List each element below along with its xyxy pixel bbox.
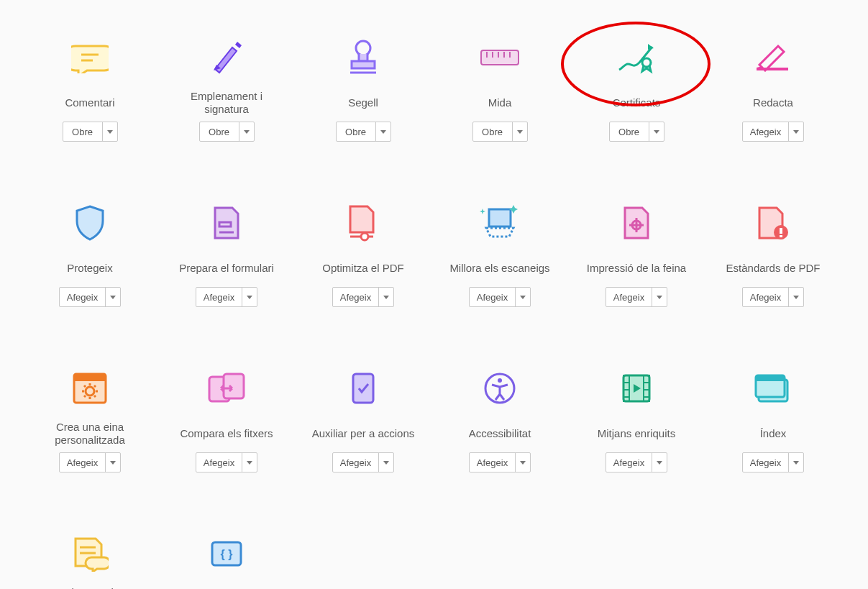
tool-action-split-button: Afegeix xyxy=(606,287,667,307)
fill-sign-icon[interactable] xyxy=(208,32,245,83)
dropdown-caret-icon[interactable] xyxy=(649,122,664,141)
javascript-icon[interactable]: { } xyxy=(209,529,244,579)
tool-action-split-button: Obre xyxy=(63,122,118,142)
tool-label[interactable]: Certificats xyxy=(613,90,661,116)
add-button[interactable]: Afegeix xyxy=(333,288,379,306)
tool-javascript: { }JavaScriptAfegeix xyxy=(158,518,295,589)
tool-action-split-button: Afegeix xyxy=(742,122,804,142)
print-prod-icon[interactable] xyxy=(622,198,651,248)
add-button[interactable]: Afegeix xyxy=(606,288,652,306)
add-button[interactable]: Afegeix xyxy=(196,453,242,472)
dropdown-caret-icon[interactable] xyxy=(516,288,530,306)
svg-point-2 xyxy=(356,41,370,55)
tool-label[interactable]: Redacta xyxy=(753,90,793,116)
tool-label[interactable]: Prepara el formulari xyxy=(179,255,274,281)
compare-icon[interactable] xyxy=(206,363,247,414)
tool-fill-sign: Emplenament i signaturaObre xyxy=(158,22,295,165)
tool-label[interactable]: Estàndards de PDF xyxy=(726,255,821,281)
dropdown-caret-icon[interactable] xyxy=(789,288,803,306)
custom-tool-icon[interactable] xyxy=(72,363,108,414)
redact-icon[interactable] xyxy=(754,32,792,83)
tool-compare: Compara els fitxersAfegeix xyxy=(158,352,295,496)
tool-label[interactable]: Envia per rebre comentaris xyxy=(32,586,147,589)
tool-label[interactable]: Accessibilitat xyxy=(469,421,531,447)
dropdown-caret-icon[interactable] xyxy=(239,122,254,141)
tool-label[interactable]: Índex xyxy=(760,421,787,447)
add-button[interactable]: Afegeix xyxy=(60,453,106,472)
add-button[interactable]: Afegeix xyxy=(196,288,242,306)
dropdown-caret-icon[interactable] xyxy=(379,288,393,306)
open-button[interactable]: Obre xyxy=(337,122,376,141)
tool-label[interactable]: Optimitza el PDF xyxy=(322,255,403,281)
open-button[interactable]: Obre xyxy=(63,122,103,141)
dropdown-caret-icon[interactable] xyxy=(652,288,667,306)
tool-label[interactable]: JavaScript xyxy=(201,586,252,589)
tool-action-split-button: Afegeix xyxy=(606,452,667,472)
enhance-scans-icon[interactable] xyxy=(479,198,521,248)
dropdown-caret-icon[interactable] xyxy=(103,122,117,141)
comment-icon[interactable] xyxy=(71,32,109,83)
tool-action-split-button: Obre xyxy=(336,122,391,142)
certificates-icon[interactable] xyxy=(615,32,658,83)
add-button[interactable]: Afegeix xyxy=(743,288,789,306)
protect-icon[interactable] xyxy=(75,198,105,248)
tool-rich-media: Mitjans enriquitsAfegeix xyxy=(568,352,705,496)
svg-rect-43 xyxy=(756,375,785,381)
tool-action-split-button: Afegeix xyxy=(59,452,121,472)
tool-label[interactable]: Comentari xyxy=(65,90,114,116)
open-button[interactable]: Obre xyxy=(473,122,513,141)
dropdown-caret-icon[interactable] xyxy=(376,122,390,141)
add-button[interactable]: Afegeix xyxy=(333,453,379,472)
dropdown-caret-icon[interactable] xyxy=(789,453,803,472)
tool-action-split-button: Afegeix xyxy=(742,452,804,472)
measure-icon[interactable] xyxy=(480,32,520,83)
tools-page: ComentariObreEmplenament i signaturaObre… xyxy=(0,0,868,589)
tool-label[interactable]: Protegeix xyxy=(67,255,112,281)
add-button[interactable]: Afegeix xyxy=(470,453,516,472)
accessibility-icon[interactable] xyxy=(483,363,516,414)
dropdown-caret-icon[interactable] xyxy=(106,288,120,306)
tool-label[interactable]: Auxiliar per a accions xyxy=(312,421,415,447)
dropdown-caret-icon[interactable] xyxy=(516,453,530,472)
add-button[interactable]: Afegeix xyxy=(743,122,789,141)
svg-text:{ }: { } xyxy=(221,548,233,560)
rich-media-icon[interactable] xyxy=(621,363,652,414)
add-button[interactable]: Afegeix xyxy=(606,453,652,472)
optimize-pdf-icon[interactable] xyxy=(347,198,379,248)
add-button[interactable]: Afegeix xyxy=(470,288,516,306)
tool-accessibility: AccessibilitatAfegeix xyxy=(431,352,568,496)
tool-label[interactable]: Impressió de la feina xyxy=(587,255,686,281)
dropdown-caret-icon[interactable] xyxy=(242,453,257,472)
tool-action-split-button: Afegeix xyxy=(196,452,257,472)
dropdown-caret-icon[interactable] xyxy=(789,122,803,141)
tool-stamp: SegellObre xyxy=(295,22,431,165)
dropdown-caret-icon[interactable] xyxy=(242,288,257,306)
tool-label[interactable]: Mitjans enriquits xyxy=(598,421,675,447)
index-icon[interactable] xyxy=(754,363,792,414)
tool-action-split-button: Afegeix xyxy=(742,287,804,307)
dropdown-caret-icon[interactable] xyxy=(106,453,120,472)
open-button[interactable]: Obre xyxy=(610,122,649,141)
tools-grid: ComentariObreEmplenament i signaturaObre… xyxy=(22,22,846,589)
tool-action-split-button: Obre xyxy=(472,122,528,142)
tool-label[interactable]: Millora els escaneigs xyxy=(449,255,549,281)
tool-label[interactable]: Crea una eina personalitzada xyxy=(32,421,147,447)
stamp-icon[interactable] xyxy=(346,32,380,83)
open-button[interactable]: Obre xyxy=(200,122,239,141)
prepare-form-icon[interactable] xyxy=(212,198,241,248)
tool-optimize-pdf: Optimitza el PDFAfegeix xyxy=(295,187,431,331)
dropdown-caret-icon[interactable] xyxy=(652,453,667,472)
send-comments-icon[interactable] xyxy=(71,529,109,579)
tool-label[interactable]: Mida xyxy=(488,90,512,116)
tool-label[interactable]: Emplenament i signatura xyxy=(169,90,284,116)
add-button[interactable]: Afegeix xyxy=(60,288,106,306)
tool-label[interactable]: Segell xyxy=(348,90,378,116)
tool-custom-tool: Crea una eina personalitzadaAfegeix xyxy=(22,352,158,496)
svg-rect-25 xyxy=(74,374,106,381)
dropdown-caret-icon[interactable] xyxy=(513,122,527,141)
tool-label[interactable]: Compara els fitxers xyxy=(180,421,273,447)
action-wizard-icon[interactable] xyxy=(349,363,378,414)
add-button[interactable]: Afegeix xyxy=(743,453,789,472)
dropdown-caret-icon[interactable] xyxy=(379,453,393,472)
pdf-standards-icon[interactable] xyxy=(757,198,790,248)
